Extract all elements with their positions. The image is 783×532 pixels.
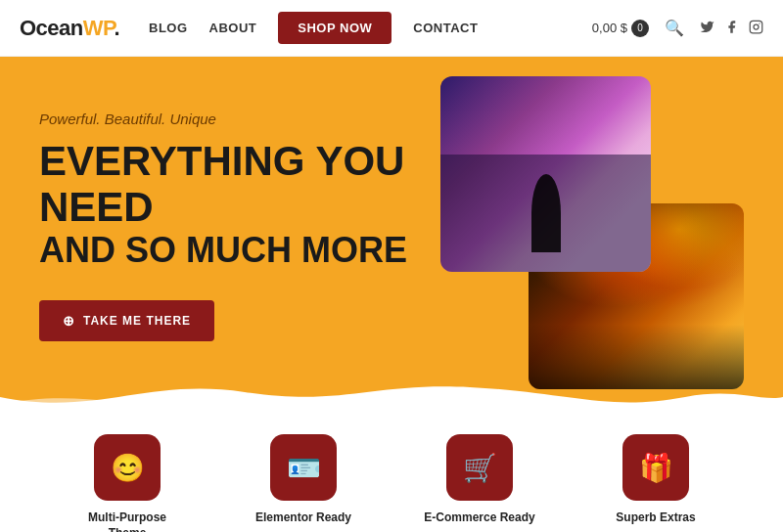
hero-images [440, 76, 744, 389]
hero-title-main: EVERYTHING YOU NEED [39, 139, 411, 229]
feature-elementor: 🪪 Elementor Ready [245, 434, 362, 526]
social-icons [700, 20, 763, 37]
feature-icon-elementor: 🪪 [270, 434, 337, 501]
cta-icon: ⊕ [63, 313, 75, 329]
hero-image-concert [440, 76, 651, 272]
shop-now-button[interactable]: Shop Now [278, 12, 392, 44]
hero-section: Powerful. Beautiful. Unique EVERYTHING Y… [0, 57, 783, 415]
nav-blog[interactable]: Blog [149, 21, 188, 35]
hero-wave [0, 368, 783, 415]
cart-badge: 0 [631, 20, 649, 37]
logo[interactable]: OceanWP. [20, 16, 119, 41]
feature-icon-multi-purpose: 😊 [94, 434, 161, 501]
feature-extras: 🎁 Superb Extras [597, 434, 714, 526]
cart-button[interactable]: 0,00 $ 0 [592, 20, 649, 37]
navbar-right: 0,00 $ 0 🔍 [592, 19, 763, 37]
instagram-icon[interactable] [749, 20, 763, 37]
navbar: OceanWP. Blog About Shop Now Contact 0,0… [0, 0, 783, 57]
hero-cta-label: TAKE ME THERE [83, 314, 191, 328]
hero-content: Powerful. Beautiful. Unique EVERYTHING Y… [39, 111, 411, 340]
features-section: 😊 Multi-Purpose Theme 🪪 Elementor Ready … [0, 415, 783, 532]
feature-label-ecommerce: E-Commerce Ready [424, 510, 534, 526]
svg-rect-0 [750, 21, 762, 33]
nav-about[interactable]: About [209, 21, 257, 35]
feature-label-extras: Superb Extras [616, 510, 695, 526]
feature-label-multi-purpose: Multi-Purpose Theme [69, 510, 186, 532]
feature-ecommerce: 🛒 E-Commerce Ready [421, 434, 538, 526]
hero-subtitle: Powerful. Beautiful. Unique [39, 111, 411, 127]
hero-title-sub: AND SO MUCH MORE [39, 230, 411, 271]
twitter-icon[interactable] [700, 20, 714, 37]
nav-links: Blog About Shop Now Contact [149, 12, 592, 44]
feature-icon-extras: 🎁 [622, 434, 689, 501]
feature-label-elementor: Elementor Ready [255, 510, 351, 526]
search-button[interactable]: 🔍 [665, 19, 684, 37]
feature-multi-purpose: 😊 Multi-Purpose Theme [69, 434, 186, 532]
svg-point-2 [759, 22, 760, 23]
svg-point-1 [754, 24, 759, 29]
cart-price: 0,00 $ [592, 21, 627, 35]
feature-icon-ecommerce: 🛒 [446, 434, 513, 501]
facebook-icon[interactable] [724, 20, 739, 37]
hero-cta-button[interactable]: ⊕ TAKE ME THERE [39, 300, 214, 341]
nav-contact[interactable]: Contact [413, 21, 478, 35]
